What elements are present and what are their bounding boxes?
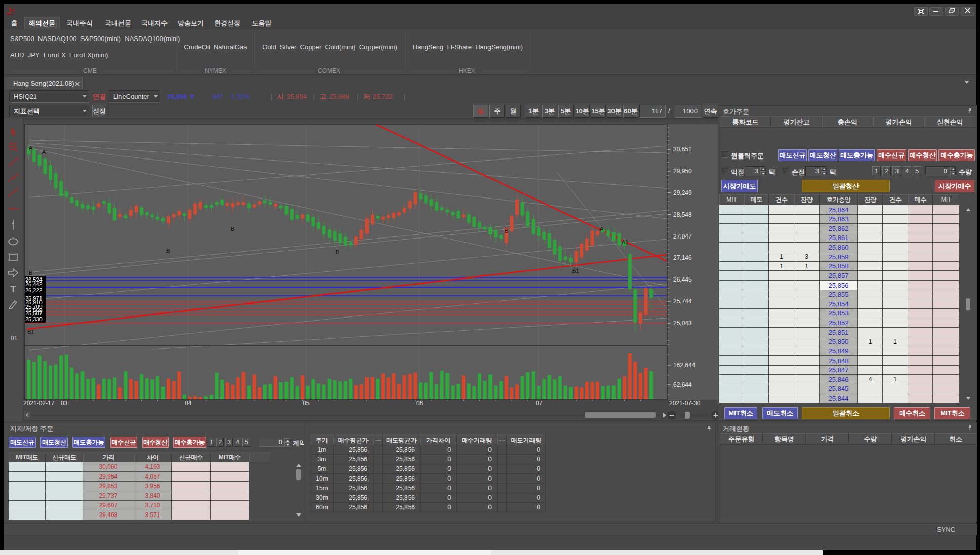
svg-text:27,146: 27,146	[673, 254, 692, 261]
svg-text:25,330: 25,330	[25, 316, 43, 322]
svg-text:27,847: 27,847	[673, 233, 692, 240]
svg-text:B: B	[166, 248, 170, 254]
svg-text:A: A	[42, 149, 46, 155]
svg-text:A1: A1	[622, 239, 628, 245]
svg-text:B1: B1	[572, 268, 579, 274]
svg-text:26,222: 26,222	[25, 287, 43, 293]
svg-text:B: B	[29, 270, 32, 276]
svg-text:B1: B1	[27, 329, 34, 335]
svg-text:B: B	[231, 226, 234, 232]
svg-text:A: A	[29, 145, 33, 151]
svg-text:26,445: 26,445	[673, 276, 692, 283]
svg-text:28,548: 28,548	[673, 211, 692, 218]
svg-text:A: A	[600, 226, 604, 232]
svg-text:T: T	[10, 284, 16, 294]
svg-text:30,651: 30,651	[673, 146, 692, 153]
svg-text:B: B	[505, 228, 508, 234]
svg-text:26,442: 26,442	[25, 281, 43, 287]
svg-text:25,043: 25,043	[673, 320, 692, 327]
svg-text:B: B	[336, 249, 339, 255]
svg-text:162,644: 162,644	[673, 362, 696, 369]
svg-text:29,249: 29,249	[673, 189, 692, 196]
svg-text:25,744: 25,744	[673, 298, 692, 305]
svg-text:29,950: 29,950	[673, 168, 692, 175]
svg-text:62,644: 62,644	[673, 381, 692, 388]
